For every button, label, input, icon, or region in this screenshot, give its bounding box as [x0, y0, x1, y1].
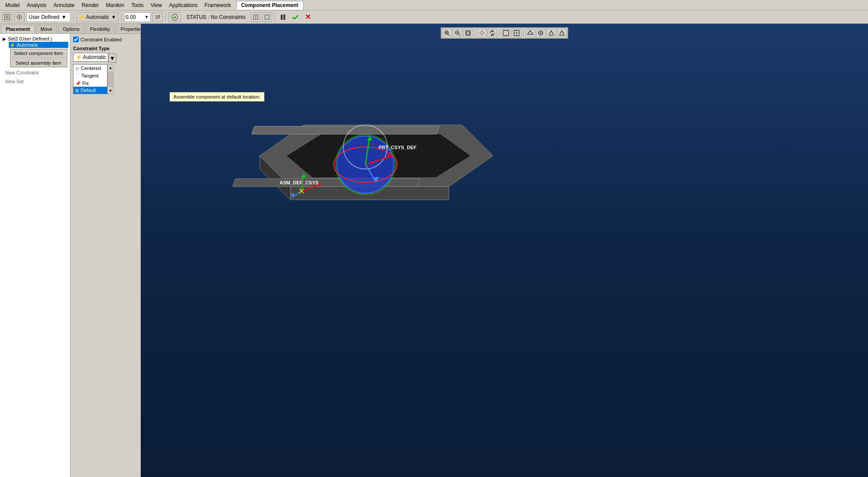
- expand-icon: ▶: [3, 37, 6, 41]
- viewport-toolbar: [441, 27, 568, 39]
- tree-children: ⚡ Automatic Select component item Select…: [2, 42, 68, 67]
- toolbar-btn-2[interactable]: [14, 12, 25, 22]
- constraint-panel: Constraint Enabled Constraint Type ⚡ Aut…: [70, 34, 140, 477]
- svg-rect-14: [466, 31, 471, 35]
- vp-sep-2: [499, 29, 500, 37]
- constraint-enabled-checkbox[interactable]: [73, 37, 79, 42]
- status-text: STATUS : No Constraints: [183, 14, 249, 20]
- svg-rect-15: [504, 30, 509, 36]
- tree-panel: ▶ Set2 (User Defined ) ⚡ Automatic Selec…: [0, 34, 70, 477]
- constraint-item-default[interactable]: ⊞ Default: [74, 87, 107, 94]
- constraint-type-row: ⚡ Automatic ▼: [73, 53, 138, 63]
- placement-panel: ▶ Set2 (User Defined ) ⚡ Automatic Selec…: [0, 34, 140, 477]
- offset-options-btn[interactable]: [152, 12, 163, 22]
- value-input-wrapper: ▼: [124, 12, 151, 22]
- menu-model[interactable]: Model: [2, 1, 23, 9]
- constraint-type-dropdown[interactable]: ⚡ Automatic: [73, 53, 108, 62]
- constraint-item-fix[interactable]: 📌 Fix: [74, 80, 107, 87]
- vp-display1-btn[interactable]: [526, 29, 535, 37]
- vp-sep-3: [523, 29, 524, 37]
- vp-zoom-out-btn[interactable]: [453, 29, 463, 37]
- constraint-enabled-row: Constraint Enabled: [73, 37, 138, 42]
- separator-2: [121, 13, 121, 22]
- svg-line-10: [448, 34, 450, 36]
- vp-display2-btn[interactable]: [536, 29, 546, 37]
- automatic-icon: ⚡: [10, 43, 15, 48]
- constraint-list-wrapper: ◎ Centered ⌒ Tangent 📌 Fix ⊞: [73, 64, 138, 94]
- viewport[interactable]: PRT_CSYS_DEF ASM_DEF_CSYS Assemble compo…: [141, 24, 868, 477]
- separator-1: [73, 13, 74, 22]
- value-input[interactable]: [125, 14, 144, 20]
- vp-view1-btn[interactable]: [501, 29, 511, 37]
- new-set-label: New Set: [2, 77, 68, 86]
- 3d-assembly-svg: PRT_CSYS_DEF ASM_DEF_CSYS: [207, 63, 493, 248]
- constraint-type-label: Constraint Type: [73, 46, 138, 51]
- scroll-up[interactable]: ▲: [108, 65, 114, 71]
- tab-component-placement[interactable]: Component Placement: [236, 1, 303, 10]
- left-panel: Placement Move Options Flexibility Prope…: [0, 24, 141, 477]
- svg-text:PRT_CSYS_DEF: PRT_CSYS_DEF: [379, 145, 416, 150]
- vp-zoom-fit-btn[interactable]: [463, 29, 473, 37]
- tree-automatic[interactable]: ⚡ Automatic: [9, 42, 68, 48]
- tab-move[interactable]: Move: [36, 25, 57, 33]
- separator-4: [275, 13, 275, 22]
- tab-options[interactable]: Options: [58, 25, 85, 33]
- svg-line-13: [459, 34, 460, 36]
- toolbar-btn-1[interactable]: [2, 12, 12, 22]
- vp-display3-btn[interactable]: [547, 29, 556, 37]
- pause-button[interactable]: [278, 12, 288, 22]
- menu-framework[interactable]: Framework: [201, 1, 235, 9]
- automatic-dropdown[interactable]: ⚡ Automatic ▼: [76, 12, 118, 22]
- tree-root[interactable]: ▶ Set2 (User Defined ): [2, 36, 68, 42]
- menu-applications[interactable]: Applications: [166, 1, 201, 9]
- svg-rect-5: [281, 15, 283, 20]
- tab-placement[interactable]: Placement: [1, 25, 35, 33]
- default-icon: ⊞: [75, 88, 79, 93]
- status-btn-1[interactable]: [251, 12, 261, 22]
- constraint-type-icon: ⚡: [75, 54, 82, 60]
- list-scrollbar[interactable]: ▲ ▼: [107, 64, 114, 94]
- constraint-item-tangent[interactable]: ⌒ Tangent: [74, 72, 107, 80]
- vp-rotate-btn[interactable]: [488, 29, 497, 37]
- menu-view[interactable]: View: [147, 1, 166, 9]
- scroll-thumb: [108, 72, 113, 87]
- status-btn-2[interactable]: [262, 12, 272, 22]
- menu-manikin[interactable]: Manikin: [103, 1, 128, 9]
- tangent-icon: ⌒: [75, 73, 80, 79]
- scroll-down[interactable]: ▼: [108, 88, 114, 94]
- tooltip: Assemble component at default location.: [169, 92, 265, 102]
- menu-bar: Model Analysis Annotate Render Manikin T…: [0, 0, 868, 11]
- centered-icon: ◎: [75, 66, 79, 71]
- vp-display4-btn[interactable]: [557, 29, 567, 37]
- svg-rect-28: [232, 179, 420, 187]
- select-assembly-btn[interactable]: Select assembly item: [10, 59, 67, 67]
- status-icon-btn[interactable]: [169, 12, 181, 22]
- svg-rect-4: [265, 15, 269, 19]
- main-toolbar: User Defined ▼ ⚡ Automatic ▼ ▼ STATUS : …: [0, 11, 868, 24]
- svg-rect-6: [283, 15, 285, 20]
- svg-rect-27: [251, 126, 439, 134]
- main-content: Placement Move Options Flexibility Prope…: [0, 24, 868, 477]
- menu-tools[interactable]: Tools: [128, 1, 147, 9]
- cancel-button[interactable]: ✕: [302, 12, 313, 22]
- menu-render[interactable]: Render: [78, 1, 102, 9]
- ok-button[interactable]: [290, 12, 301, 22]
- new-constraint-label: New Constraint: [2, 68, 68, 77]
- select-component-btn[interactable]: Select component item: [10, 49, 67, 58]
- menu-analysis[interactable]: Analysis: [23, 1, 50, 9]
- separator-3: [166, 13, 166, 22]
- user-defined-dropdown[interactable]: User Defined ▼: [26, 12, 70, 22]
- vp-pan-btn[interactable]: [477, 29, 487, 37]
- vp-zoom-in-btn[interactable]: [442, 29, 452, 37]
- fix-icon: 📌: [75, 81, 81, 86]
- vp-view2-btn[interactable]: [512, 29, 522, 37]
- svg-text:ASM_DEF_CSYS: ASM_DEF_CSYS: [280, 180, 319, 185]
- vp-sep-1: [475, 29, 475, 37]
- menu-annotate[interactable]: Annotate: [50, 1, 78, 9]
- tab-flexibility[interactable]: Flexibility: [85, 25, 115, 33]
- constraint-type-dropdown-btn[interactable]: ▼: [108, 53, 116, 63]
- svg-marker-19: [528, 30, 533, 34]
- constraint-list: ◎ Centered ⌒ Tangent 📌 Fix ⊞: [73, 64, 107, 94]
- tab-strip: Placement Move Options Flexibility Prope…: [0, 24, 140, 34]
- constraint-item-centered[interactable]: ◎ Centered: [74, 65, 107, 72]
